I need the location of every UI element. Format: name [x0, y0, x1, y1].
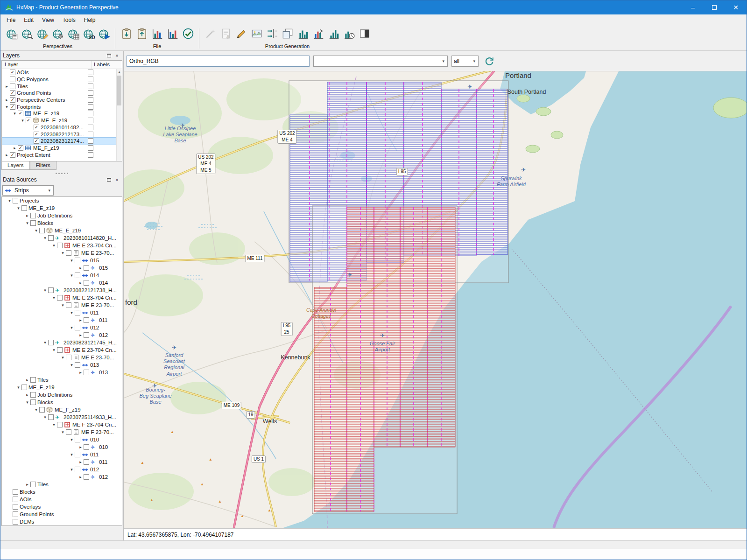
filter-combobox[interactable]: ▾: [313, 56, 448, 67]
checkbox[interactable]: [48, 287, 54, 293]
menu-tools[interactable]: Tools: [58, 15, 80, 25]
checkbox[interactable]: [66, 250, 71, 256]
checkbox[interactable]: [13, 519, 18, 525]
checkbox[interactable]: [39, 228, 45, 233]
checkbox[interactable]: [21, 205, 27, 211]
collapse-arrow[interactable]: ▾: [24, 221, 30, 225]
collapse-arrow[interactable]: ▾: [69, 467, 75, 472]
checkbox[interactable]: [30, 399, 36, 405]
collapse-arrow[interactable]: ▾: [15, 206, 21, 210]
labels-checkbox[interactable]: [88, 118, 93, 123]
expand-arrow[interactable]: ▸: [4, 84, 10, 89]
collapse-arrow[interactable]: ▾: [69, 325, 75, 330]
checkbox[interactable]: [66, 302, 71, 308]
checkbox[interactable]: [84, 474, 89, 480]
menu-file[interactable]: File: [2, 15, 20, 25]
ds-row-me-e-23-70-[interactable]: ▾ME E 23-70...: [2, 249, 122, 257]
labels-checkbox[interactable]: [88, 132, 93, 137]
checkbox[interactable]: ✓: [10, 152, 15, 158]
ds-row-me-e-23-70-[interactable]: ▾ME E 23-70...: [2, 354, 122, 361]
ds-row-me-e-23-704-cn-[interactable]: ▾ME E 23-704 Cn...: [2, 242, 122, 249]
collapse-arrow[interactable]: ▾: [12, 111, 18, 116]
menu-edit[interactable]: Edit: [20, 15, 38, 25]
chart-clock-button[interactable]: [342, 27, 356, 41]
checkbox[interactable]: [30, 392, 36, 398]
ds-row-010[interactable]: ▸✈010: [2, 443, 122, 451]
collapse-arrow[interactable]: ▾: [42, 288, 48, 293]
ds-row-me-f-z19[interactable]: ▾ME_F_z19: [2, 384, 122, 391]
ds-row-projects[interactable]: ▾Projects: [2, 197, 122, 204]
collapse-arrow[interactable]: ▾: [24, 400, 30, 405]
layer-row-me-e-z19[interactable]: ▾✓ME_E_z19: [2, 117, 116, 124]
checkbox[interactable]: [30, 377, 36, 383]
collapse-arrow[interactable]: ▾: [60, 430, 66, 434]
expand-arrow[interactable]: ▸: [78, 266, 84, 270]
checkbox[interactable]: [48, 414, 54, 420]
globe-list-button[interactable]: [4, 27, 19, 41]
globe-play-button[interactable]: [97, 27, 111, 41]
refresh-button[interactable]: [482, 55, 496, 68]
labels-checkbox[interactable]: [88, 97, 93, 103]
checkbox[interactable]: [75, 258, 80, 263]
checkbox[interactable]: [39, 407, 45, 413]
ds-row-013[interactable]: ▸✈013: [2, 369, 122, 376]
expand-arrow[interactable]: ▸: [78, 333, 84, 337]
expand-arrow[interactable]: ▸: [24, 213, 30, 218]
checkbox[interactable]: [75, 362, 80, 368]
ds-row-dems[interactable]: DEMs: [2, 518, 122, 525]
expand-arrow[interactable]: ▸: [24, 392, 30, 397]
checkbox[interactable]: [75, 452, 80, 457]
checkbox[interactable]: [75, 273, 80, 278]
scrollbar-thumb[interactable]: [117, 76, 121, 105]
collapse-arrow[interactable]: ▾: [60, 303, 66, 308]
clipboard-open-button[interactable]: [119, 27, 134, 41]
layer-row-project-extent[interactable]: ▸✓Project Extent: [2, 151, 116, 158]
ds-row-me-e-23-704-cn-[interactable]: ▾ME E 23-704 Cn...: [2, 294, 122, 301]
checkbox[interactable]: [84, 332, 89, 338]
labels-checkbox[interactable]: [88, 104, 93, 110]
close-button[interactable]: ✕: [725, 0, 747, 14]
collapse-arrow[interactable]: ▾: [4, 105, 10, 109]
collapse-arrow[interactable]: ▾: [42, 236, 48, 240]
checkbox[interactable]: [30, 482, 36, 487]
labels-checkbox[interactable]: [88, 125, 93, 130]
ds-row-014[interactable]: ▾014: [2, 272, 122, 279]
collapse-arrow[interactable]: ▾: [69, 258, 75, 263]
ds-row-015[interactable]: ▸✈015: [2, 264, 122, 272]
ds-row-me-f-23-704-cn-[interactable]: ▾ME F 23-704 Cn...: [2, 421, 122, 428]
ds-row-011[interactable]: ▾011: [2, 309, 122, 316]
checkbox[interactable]: [30, 220, 36, 226]
ds-row-011[interactable]: ▾011: [2, 451, 122, 458]
collapse-arrow[interactable]: ▾: [60, 251, 66, 255]
checkbox[interactable]: [84, 265, 89, 271]
ds-row-overlays[interactable]: Overlays: [2, 503, 122, 511]
ds-row-blocks[interactable]: Blocks: [2, 488, 122, 496]
checkbox[interactable]: [13, 504, 18, 510]
maximize-button[interactable]: [704, 0, 725, 14]
expand-arrow[interactable]: ▸: [78, 370, 84, 375]
close-panel-button[interactable]: ×: [113, 52, 121, 59]
labels-checkbox[interactable]: [88, 90, 93, 96]
image-flag-button[interactable]: [249, 27, 264, 41]
labels-checkbox[interactable]: [88, 70, 93, 75]
checkbox[interactable]: [57, 295, 63, 301]
expand-arrow[interactable]: ▸: [78, 280, 84, 285]
ds-row-011[interactable]: ▸✈011: [2, 458, 122, 466]
checkbox[interactable]: [57, 422, 63, 427]
checkbox[interactable]: ✓: [18, 145, 23, 151]
chart-bars3-button[interactable]: [296, 27, 310, 41]
expand-arrow[interactable]: ▸: [78, 445, 84, 449]
globe-gear-button[interactable]: [50, 27, 65, 41]
merge-button[interactable]: [265, 27, 279, 41]
checkbox[interactable]: [48, 340, 54, 345]
ds-row-me-e-z19[interactable]: ▾ME_E_z19: [2, 227, 122, 234]
checkbox[interactable]: [84, 317, 89, 323]
map-view[interactable]: PortlandSouth PortlandLittle Ossipee Lak…: [124, 71, 747, 528]
ds-row-blocks[interactable]: ▾Blocks: [2, 399, 122, 406]
collapse-arrow[interactable]: ▾: [33, 407, 39, 412]
ds-row-job-definitions[interactable]: ▸Job Definitions: [2, 212, 122, 219]
collapse-arrow[interactable]: ▾: [20, 118, 26, 123]
check-badge-button[interactable]: [181, 27, 195, 41]
checkbox[interactable]: [13, 489, 18, 495]
checkbox[interactable]: [13, 198, 18, 203]
